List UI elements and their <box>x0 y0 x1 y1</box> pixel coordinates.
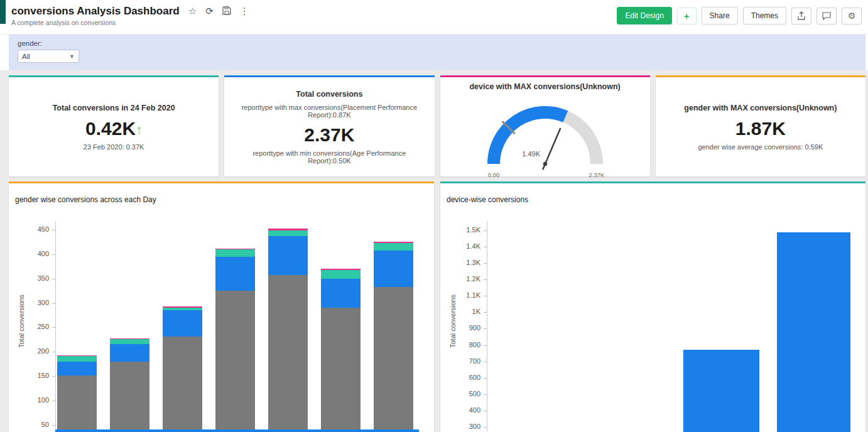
kpi-line-bottom: reporttype with min conversions(Age Perf… <box>233 149 425 165</box>
bar-segment[interactable] <box>374 287 413 432</box>
bar[interactable] <box>683 350 759 432</box>
gauge-title: device with MAX conversions(Unknown) <box>469 82 620 91</box>
y-tick-label: 500 <box>469 390 480 397</box>
y-tick-label: 700 <box>469 357 480 365</box>
gauge-value-label: 1.49K <box>522 150 540 158</box>
kpi-line-bottom: gender wise average conversions: 0.59K <box>698 143 823 151</box>
y-tick-label: 600 <box>469 374 480 381</box>
y-tick-label: 800 <box>469 341 480 348</box>
bar-segment[interactable] <box>374 243 413 251</box>
bar-segment[interactable] <box>268 230 308 236</box>
page-subtitle: A complete analysis on conversions <box>11 19 249 26</box>
gender-filter-value: All <box>22 53 30 60</box>
edit-design-button[interactable]: Edit Design <box>617 7 671 24</box>
app-corner-strip <box>0 0 6 24</box>
y-tick-label: 250 <box>38 323 49 330</box>
bar-segment[interactable] <box>215 249 255 257</box>
add-button[interactable]: + <box>677 8 697 24</box>
y-tick-label: 1.3K <box>466 259 480 266</box>
gear-icon[interactable]: ⚙ <box>842 8 862 24</box>
chart-scrollbar[interactable] <box>55 429 419 432</box>
kpi-title: gender with MAX conversions(Unknown) <box>684 104 837 112</box>
panel-title: device-wise conversions <box>447 195 528 204</box>
bar-segment[interactable] <box>321 279 361 308</box>
dashboard-body: Total conversions in 24 Feb 2020 0.42K↑ … <box>0 70 868 432</box>
chevron-down-icon: ▼ <box>69 53 75 60</box>
bar-segment[interactable] <box>374 251 413 287</box>
kpi-value: 1.87K <box>735 118 786 139</box>
save-icon[interactable] <box>222 6 231 17</box>
bar-segment[interactable] <box>57 375 97 432</box>
y-tick-label: 200 <box>38 347 49 355</box>
gauge-min-label: 0.00 <box>487 171 499 178</box>
y-tick-label: 1.1K <box>466 291 480 299</box>
header: conversions Analysis Dashboard ☆ ⟳ ⋮ A c… <box>0 0 868 35</box>
panel-title: gender wise conversions across each Day <box>15 195 156 204</box>
bar-segment[interactable] <box>57 355 97 357</box>
y-tick-label: 150 <box>38 372 49 379</box>
y-tick-label: 100 <box>38 396 49 404</box>
bar-segment[interactable] <box>268 275 308 432</box>
kpi-card-device-gauge: device with MAX conversions(Unknown) 1.4… <box>440 75 650 176</box>
y-tick-label: 300 <box>38 299 49 306</box>
bar-segment[interactable] <box>215 249 255 250</box>
kpi-title: Total conversions <box>296 90 362 99</box>
gender-filter-label: gender: <box>18 40 865 47</box>
bar-segment[interactable] <box>163 308 202 311</box>
bar-segment[interactable] <box>57 356 97 362</box>
more-options-icon[interactable]: ⋮ <box>240 6 249 17</box>
y-tick-label: 1.2K <box>466 275 480 283</box>
kpi-value: 2.37K <box>304 124 354 146</box>
gender-chart-plot <box>55 221 419 432</box>
themes-button[interactable]: Themes <box>743 7 786 24</box>
y-tick-label: 1.5K <box>466 226 480 234</box>
bar-segment[interactable] <box>110 338 149 340</box>
y-tick-label: 400 <box>469 406 480 414</box>
gender-day-chart-panel: gender wise conversions across each Day … <box>9 181 434 432</box>
bar-segment[interactable] <box>110 344 149 362</box>
bar-segment[interactable] <box>163 310 202 336</box>
gauge-pivot <box>543 162 546 166</box>
bar[interactable] <box>777 232 850 432</box>
device-chart-plot <box>487 221 850 432</box>
kpi-title: Total conversions in 24 Feb 2020 <box>53 104 175 112</box>
y-tick-label: 300 <box>469 423 480 430</box>
comment-icon[interactable] <box>816 8 837 24</box>
bar-segment[interactable] <box>268 236 308 274</box>
y-tick-label: 350 <box>38 274 49 282</box>
favorite-star-icon[interactable]: ☆ <box>188 6 197 17</box>
trend-up-icon: ↑ <box>136 122 142 136</box>
page-title: conversions Analysis Dashboard <box>11 5 180 18</box>
gender-chart-ticks: 45040035030025020015010050 <box>9 221 55 432</box>
bar-segment[interactable] <box>110 362 149 432</box>
y-tick-label: 900 <box>469 324 480 332</box>
gauge-chart[interactable]: 1.49K 0.00 2.37K <box>457 94 633 181</box>
kpi-value: 0.42K↑ <box>85 118 142 139</box>
bar-segment[interactable] <box>163 306 202 308</box>
kpi-card-total-conversions: Total conversions reporttype with max co… <box>224 75 434 176</box>
kpi-card-gender-max: gender with MAX conversions(Unknown) 1.8… <box>656 75 865 176</box>
bar-segment[interactable] <box>163 337 202 432</box>
y-tick-label: 400 <box>38 250 49 257</box>
bar-segment[interactable] <box>321 269 361 270</box>
filter-band: gender: All ▼ <box>9 35 865 70</box>
bar-segment[interactable] <box>215 257 255 291</box>
bar-segment[interactable] <box>374 242 413 243</box>
refresh-icon[interactable]: ⟳ <box>205 6 214 17</box>
bar-segment[interactable] <box>321 308 361 432</box>
bar-segment[interactable] <box>215 291 255 432</box>
bar-segment[interactable] <box>268 229 308 230</box>
kpi-line-top: reporttype with max conversions(Placemen… <box>233 104 425 119</box>
kpi-compare: 23 Feb 2020: 0.37K <box>84 143 144 151</box>
y-tick-label: 450 <box>38 225 49 233</box>
device-chart-panel: device-wise conversions Total conversion… <box>440 181 865 432</box>
bar-segment[interactable] <box>321 270 361 279</box>
bar-segment[interactable] <box>57 362 97 375</box>
gender-filter-select[interactable]: All ▼ <box>18 50 79 63</box>
bar-segment[interactable] <box>110 339 149 344</box>
y-tick-label: 50 <box>41 421 49 428</box>
device-chart-ticks: 1.5K1.4K1.3K1.2K1.1K1K900800700600500400… <box>440 221 487 432</box>
share-button[interactable]: Share <box>702 7 738 24</box>
export-icon[interactable] <box>791 8 811 24</box>
y-tick-label: 1.4K <box>466 242 480 250</box>
